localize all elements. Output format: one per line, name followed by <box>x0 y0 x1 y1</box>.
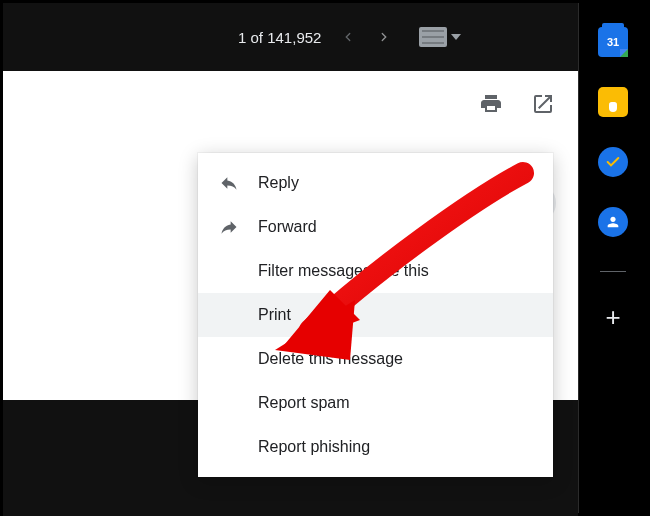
message-count: 1 of 141,952 <box>238 29 321 46</box>
conversation-header: 1 of 141,952 <box>3 3 578 71</box>
calendar-day-number: 31 <box>607 36 619 48</box>
contacts-app-button[interactable] <box>598 207 628 237</box>
calendar-app-button[interactable]: 31 <box>598 27 628 57</box>
menu-item-report-phishing[interactable]: Report phishing <box>198 425 553 469</box>
menu-item-delete[interactable]: Delete this message <box>198 337 553 381</box>
keep-app-button[interactable] <box>598 87 628 117</box>
add-app-button[interactable]: + <box>598 302 628 332</box>
menu-item-label: Report spam <box>258 394 533 412</box>
menu-item-label: Print <box>258 306 533 324</box>
reply-icon <box>218 172 240 194</box>
open-external-icon <box>531 92 555 116</box>
menu-item-label: Delete this message <box>258 350 533 368</box>
side-panel: 31 + <box>579 3 647 513</box>
window-frame: 1 of 141,952 3:15 PM (3 minutes ago <box>3 3 647 513</box>
menu-item-label: Forward <box>258 218 533 236</box>
print-all-button[interactable] <box>478 91 504 117</box>
tasks-app-button[interactable] <box>598 147 628 177</box>
keyboard-icon <box>419 27 447 47</box>
input-tools-button[interactable] <box>419 27 461 47</box>
menu-item-label: Filter messages like this <box>258 262 533 280</box>
next-message-button[interactable] <box>375 28 393 46</box>
menu-item-print[interactable]: Print <box>198 293 553 337</box>
forward-icon <box>218 216 240 238</box>
printer-icon <box>479 92 503 116</box>
side-panel-divider <box>600 271 626 272</box>
menu-item-reply[interactable]: Reply <box>198 161 553 205</box>
more-options-menu: Reply Forward Filter messages like this … <box>198 153 553 477</box>
menu-item-forward[interactable]: Forward <box>198 205 553 249</box>
menu-item-label: Report phishing <box>258 438 533 456</box>
menu-item-report-spam[interactable]: Report spam <box>198 381 553 425</box>
person-icon <box>605 214 621 230</box>
chevron-down-icon <box>451 34 461 40</box>
open-new-window-button[interactable] <box>530 91 556 117</box>
menu-item-filter[interactable]: Filter messages like this <box>198 249 553 293</box>
prev-message-button[interactable] <box>339 28 357 46</box>
tasks-icon <box>605 154 621 170</box>
menu-item-label: Reply <box>258 174 533 192</box>
